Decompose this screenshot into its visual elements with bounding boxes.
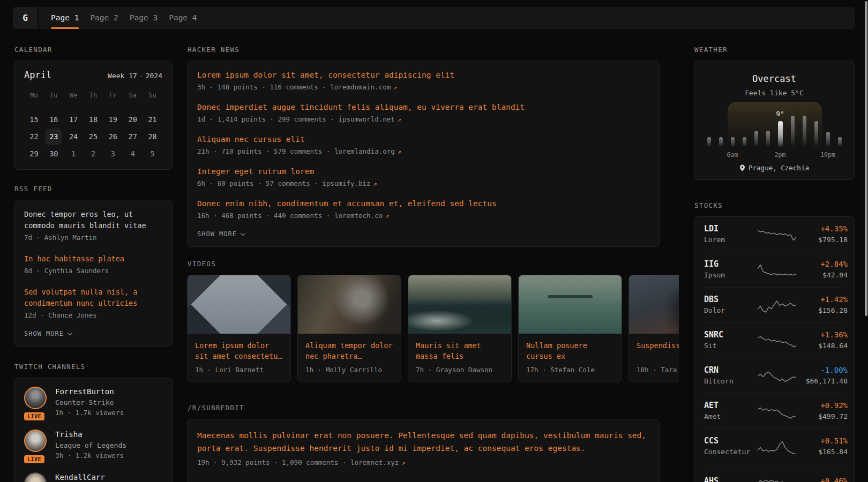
weather-location: Prague, Czechia <box>749 164 809 172</box>
hn-item: Donec enim nibh, condimentum et accumsan… <box>197 198 649 221</box>
stock-symbol: CCS <box>704 436 758 446</box>
rss-show-more-button[interactable]: SHOW MORE <box>24 330 162 337</box>
calendar-day: 21 <box>144 111 161 127</box>
stock-price: $499.72 <box>796 412 848 421</box>
video-thumbnail[interactable] <box>408 275 511 334</box>
stock-row[interactable]: AETAmet+0.92%$499.72 <box>704 393 844 428</box>
hn-meta-text: 3h · 148 points · 116 comments · <box>197 83 330 91</box>
video-thumbnail[interactable] <box>188 275 290 334</box>
hn-show-more-button[interactable]: SHOW MORE <box>197 230 649 238</box>
stock-name: Ipsum <box>704 270 758 280</box>
stock-price: $795.18 <box>796 235 848 245</box>
stock-values: +2.84%$42.04 <box>796 259 848 280</box>
channel-info: TrishaLeague of Legends3h · 1.2k viewers <box>55 430 126 461</box>
stock-price: $156.28 <box>796 306 848 315</box>
videos-carousel[interactable]: Lorem ipsum dolor sit amet consectetu…1h… <box>187 275 679 382</box>
external-link-icon: ↗ <box>398 148 401 155</box>
rss-item-title[interactable]: Sed volutpat nulla nisl, a condimentum n… <box>24 287 162 309</box>
top-navbar: G Page 1Page 2Page 3Page 4 <box>13 7 855 29</box>
stock-sparkline <box>758 366 796 386</box>
subreddit-domain-link[interactable]: loremnet.xyz <box>350 458 399 466</box>
video-title[interactable]: Nullam posuere cursus ex <box>526 340 614 362</box>
video-title[interactable]: Mauris sit amet massa felis <box>416 340 504 362</box>
stock-row[interactable]: IIGIpsum+2.84%$42.04 <box>704 252 844 287</box>
stock-symbol: DBS <box>704 295 758 305</box>
video-thumbnail[interactable] <box>298 275 401 334</box>
calendar-separator: · <box>137 72 146 80</box>
weekday-label: Tu <box>44 89 64 102</box>
video-card[interactable]: Nullam posuere cursus ex17h · Stefan Col… <box>518 275 622 382</box>
channel-info: ForrestBurtonCounter-Strike1h · 1.7k vie… <box>55 387 124 418</box>
weather-bar <box>826 132 830 147</box>
app-logo[interactable]: G <box>13 7 39 29</box>
twitch-channel[interactable]: LIVETrishaLeague of Legends3h · 1.2k vie… <box>24 430 162 461</box>
stock-row[interactable]: LDILorem+4.35%$795.18 <box>704 217 844 252</box>
video-title[interactable]: Aliquam tempor dolor nec pharetra… <box>305 340 393 362</box>
stock-price: $42.04 <box>796 270 848 280</box>
channel-name[interactable]: ForrestBurton <box>55 387 124 397</box>
video-card[interactable]: Suspendisse diam18h · Tara <box>628 275 679 382</box>
hn-item-title[interactable]: Aliquam nec cursus elit <box>197 134 649 145</box>
stock-row[interactable]: DBSDolor+1.42%$156.28 <box>704 287 844 322</box>
hn-meta-text: 1d · 1,414 points · 299 comments · <box>197 115 338 123</box>
hn-item-title[interactable]: Donec enim nibh, condimentum et accumsan… <box>197 198 649 209</box>
stock-name: Lorem <box>704 235 758 245</box>
stock-row[interactable]: CRNBitcorn-1.00%$66,171.48 <box>704 358 844 393</box>
tab-page-3[interactable]: Page 3 <box>130 7 158 29</box>
video-thumbnail[interactable] <box>629 275 679 334</box>
hn-item-meta: 1d · 1,414 points · 299 comments · ipsum… <box>197 115 649 124</box>
stock-row[interactable]: AHS+0.46% <box>704 464 844 482</box>
hn-domain-link[interactable]: loremtech.co <box>334 212 383 220</box>
stock-symbol: AET <box>704 401 758 411</box>
video-title[interactable]: Suspendisse diam <box>637 340 679 362</box>
rss-item-meta: 7d · Ashlyn Martin <box>24 233 162 243</box>
page-scrollbar[interactable] <box>865 1 867 316</box>
stock-values: +4.35%$795.18 <box>796 224 848 245</box>
video-card[interactable]: Aliquam tempor dolor nec pharetra…1h · M… <box>297 275 401 382</box>
calendar-week-label: Week 17·2024 <box>108 72 162 80</box>
hn-item-title[interactable]: Donec imperdiet augue tincidunt felis al… <box>197 102 649 112</box>
location-pin-icon <box>739 164 745 171</box>
current-temp-label: 9° <box>776 110 784 118</box>
rss-item: Donec tempor eros leo, ut commodo mauris… <box>24 209 162 243</box>
hn-meta-text: 6h · 60 points · 57 comments · <box>197 179 322 187</box>
stocks-widget: LDILorem+4.35%$795.18IIGIpsum+2.84%$42.0… <box>694 216 855 482</box>
external-link-icon: ↗ <box>385 212 389 220</box>
hn-item-title[interactable]: Integer eget rutrum lorem <box>197 166 649 177</box>
video-card[interactable]: Lorem ipsum dolor sit amet consectetu…1h… <box>187 275 291 382</box>
rss-item-title[interactable]: In hac habitasse platea <box>24 253 162 265</box>
calendar-day: 20 <box>124 111 141 127</box>
subreddit-post-title[interactable]: Maecenas mollis pulvinar erat non posuer… <box>197 429 649 455</box>
video-card[interactable]: Mauris sit amet massa felis7h · Grayson … <box>408 275 512 382</box>
hn-domain-link[interactable]: ipsumworld.net <box>338 115 394 123</box>
tab-page-2[interactable]: Page 2 <box>90 7 118 29</box>
video-title[interactable]: Lorem ipsum dolor sit amet consectetu… <box>195 340 283 362</box>
calendar-day: 4 <box>124 146 141 162</box>
channel-name[interactable]: Trisha <box>55 430 126 440</box>
tab-page-1[interactable]: Page 1 <box>51 7 79 29</box>
calendar-day: 3 <box>104 146 122 162</box>
rss-item-title[interactable]: Donec tempor eros leo, ut commodo mauris… <box>24 209 162 231</box>
calendar-day: 17 <box>65 111 82 127</box>
twitch-channel[interactable]: LIVEForrestBurtonCounter-Strike1h · 1.7k… <box>24 387 162 418</box>
calendar-day: 5 <box>144 146 161 162</box>
channel-name[interactable]: KendallCarr <box>55 472 105 482</box>
tab-page-4[interactable]: Page 4 <box>169 7 197 29</box>
stock-change: +1.36% <box>796 330 848 340</box>
stock-row[interactable]: CCSConsectetur+0.51%$165.84 <box>704 428 844 464</box>
hn-domain-link[interactable]: loremdomain.com <box>330 83 391 91</box>
twitch-channel[interactable]: KendallCarr <box>24 472 162 482</box>
avatar <box>24 472 47 482</box>
stocks-list: LDILorem+4.35%$795.18IIGIpsum+2.84%$42.0… <box>704 217 844 482</box>
calendar-day: 16 <box>45 111 62 127</box>
stock-price: $66,171.48 <box>796 376 848 386</box>
hn-domain-link[interactable]: ipsumify.biz <box>322 179 370 187</box>
hn-domain-link[interactable]: loremlandia.org <box>334 147 395 155</box>
stock-row[interactable]: SNRCSit+1.36%$148.64 <box>704 322 844 358</box>
stock-id: AETAmet <box>704 401 758 421</box>
weekday-label: Fr <box>103 89 123 102</box>
rss-item-meta: 8d · Cynthia Saunders <box>24 266 162 276</box>
calendar-day: 29 <box>25 146 42 162</box>
video-thumbnail[interactable] <box>519 275 622 334</box>
hn-item-title[interactable]: Lorem ipsum dolor sit amet, consectetur … <box>197 70 649 80</box>
